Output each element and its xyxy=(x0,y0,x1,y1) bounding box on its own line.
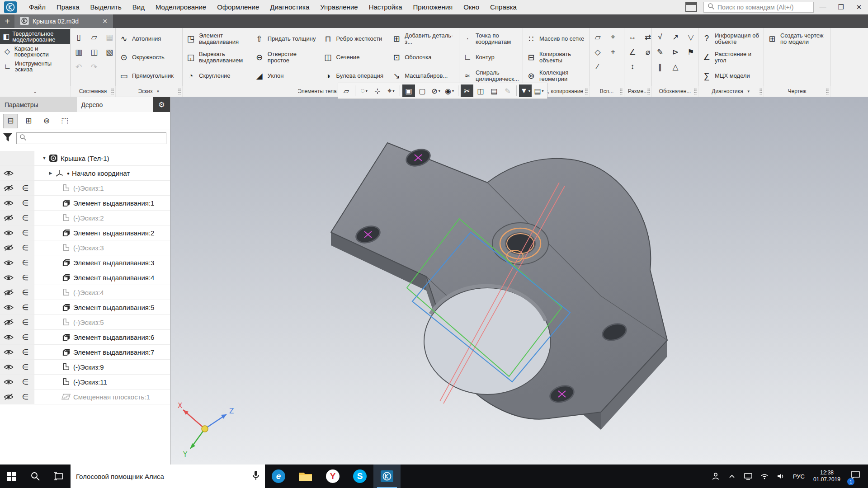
eye-hidden-icon[interactable] xyxy=(0,244,17,251)
member-of-body-icon[interactable]: ∈ xyxy=(17,273,34,282)
button-оболочка[interactable]: ⊡Оболочка xyxy=(391,48,457,66)
eye-hidden-icon[interactable] xyxy=(0,394,17,400)
dropdown-icon[interactable]: ▾ xyxy=(542,89,544,93)
appearance-icon[interactable]: ◉▾ xyxy=(443,84,456,97)
clock[interactable]: 12:38 01.07.2019 xyxy=(809,469,844,483)
tree-row[interactable]: ∈Элемент выдавливания:6 xyxy=(0,330,170,345)
tree-row[interactable]: ▶●Начало координат xyxy=(0,166,170,181)
eye-hidden-icon[interactable] xyxy=(0,319,17,326)
eye-visible-icon[interactable] xyxy=(0,200,17,206)
command-search-input[interactable]: Поиск по командам (Alt+/) xyxy=(703,2,814,13)
zoom-icon[interactable]: ◌▾ xyxy=(358,84,370,97)
member-of-body-icon[interactable]: ∈ xyxy=(17,288,34,297)
leader-icon[interactable]: ↗ xyxy=(670,32,681,42)
tree-row[interactable]: ∈Элемент выдавливания:4 xyxy=(0,270,170,285)
section-Чертеж[interactable]: Чертеж xyxy=(764,86,830,97)
datum-icon[interactable]: ▽ xyxy=(685,32,696,42)
button-ребро-жесткости[interactable]: ⊓Ребро жесткости xyxy=(323,30,389,47)
tree-expander-icon[interactable]: ▶ xyxy=(47,171,54,175)
section-Обозначен...[interactable]: Обозначен... xyxy=(652,86,698,97)
roughness-icon[interactable]: √ xyxy=(655,32,665,42)
print-icon[interactable]: ▥ xyxy=(73,47,84,57)
tree-structure-icon[interactable]: ⊞ xyxy=(22,114,35,128)
action-center-icon[interactable]: 1 xyxy=(845,465,865,488)
button-добавить-деталь-з-[interactable]: ⊞Добавить деталь-з... xyxy=(391,30,457,47)
member-of-body-icon[interactable]: ∈ xyxy=(17,318,34,327)
tab-close-icon[interactable]: ✕ xyxy=(102,18,108,25)
file-new-icon[interactable]: ▯ xyxy=(73,32,84,42)
eye-visible-icon[interactable] xyxy=(0,259,17,266)
section-Диагностика[interactable]: Диагностика▼ xyxy=(698,86,764,97)
mode-2[interactable]: ◇Каркас и поверхности xyxy=(0,44,70,59)
tree-row[interactable]: ∈(-)Эскиз:5 xyxy=(0,315,170,330)
marker-icon[interactable]: ⊳ xyxy=(670,47,681,57)
tree-row[interactable]: ∈(-)Эскиз:1 xyxy=(0,181,170,196)
dim-radial-icon[interactable]: ∠ xyxy=(627,47,638,57)
menu-11[interactable]: Окно xyxy=(458,3,485,11)
new-tab-button[interactable]: + xyxy=(0,14,14,28)
button-скругление[interactable]: ◔Скругление xyxy=(185,67,251,85)
dim-linear-icon[interactable]: ↔ xyxy=(627,32,638,42)
button-мцх-модели[interactable]: ∑МЦХ модели xyxy=(701,67,762,85)
button-окружность[interactable]: ⊙Окружность xyxy=(118,48,180,66)
button-автолиния[interactable]: ∿Автолиния xyxy=(118,30,180,47)
menu-1[interactable]: Файл xyxy=(24,3,51,11)
member-of-body-icon[interactable]: ∈ xyxy=(17,377,34,387)
tree-row[interactable]: ∈Элемент выдавливания:7 xyxy=(0,345,170,360)
restore-button[interactable]: ❐ xyxy=(832,0,850,14)
view-cube-icon[interactable]: ▣ xyxy=(402,84,415,97)
taskbar-search-icon[interactable] xyxy=(24,465,47,488)
eye-visible-icon[interactable] xyxy=(0,304,17,311)
eye-hidden-icon[interactable] xyxy=(0,289,17,296)
skype-icon[interactable]: S xyxy=(346,465,373,488)
network-icon[interactable] xyxy=(757,465,772,488)
member-of-body-icon[interactable]: ∈ xyxy=(17,333,34,342)
display-mode-icon[interactable]: ▢ xyxy=(416,84,429,97)
hidden-lines-icon[interactable]: ⊘▾ xyxy=(429,84,442,97)
menu-2[interactable]: Правка xyxy=(51,3,85,11)
print-preview-icon[interactable]: ◫ xyxy=(89,47,99,57)
filter-icon[interactable]: ▼▾ xyxy=(519,84,532,97)
close-button[interactable]: ✕ xyxy=(850,0,868,14)
dropdown-icon[interactable]: ▾ xyxy=(528,89,530,93)
thread-icon[interactable]: ∥ xyxy=(655,61,665,72)
section-Системная[interactable]: Системная xyxy=(71,86,116,97)
menu-9[interactable]: Настройка xyxy=(363,3,408,11)
layers-icon[interactable]: ▤▾ xyxy=(533,84,545,97)
kompas-icon[interactable] xyxy=(373,465,401,488)
button-прямоугольник[interactable]: ▭Прямоугольник xyxy=(118,67,180,85)
workspace-icon[interactable]: ▤ xyxy=(488,84,500,97)
button-вырезать-выдавливанием[interactable]: ◱Вырезать выдавливанием xyxy=(185,48,251,66)
dropdown-icon[interactable]: ▾ xyxy=(439,89,440,93)
note-icon[interactable]: ✎ xyxy=(655,47,665,57)
section-Эскиз[interactable]: Эскиз▼ xyxy=(116,86,183,97)
dropdown-icon[interactable]: ▾ xyxy=(366,89,368,93)
section-view-icon[interactable]: ◫ xyxy=(474,84,487,97)
tree-row[interactable]: ▼Крышка (Тел-1) xyxy=(0,151,170,166)
menu-5[interactable]: Моделирование xyxy=(150,3,212,11)
tree-row[interactable]: ∈(-)Эскиз:2 xyxy=(0,211,170,225)
button-точка-по-координатам[interactable]: ∙Точка по координатам xyxy=(462,30,521,47)
eye-hidden-icon[interactable] xyxy=(0,215,17,221)
filter-funnel-icon[interactable] xyxy=(3,133,13,144)
button-информация-об-объекте[interactable]: ?Информация об объекте xyxy=(701,30,762,47)
aux-lcs-icon[interactable]: + xyxy=(608,47,618,57)
people-icon[interactable] xyxy=(708,465,723,488)
mode-3[interactable]: ∟Инструменты эскиза xyxy=(0,59,70,74)
tree-row[interactable]: ∈Элемент выдавливания:1 xyxy=(0,196,170,211)
section-dropdown-icon[interactable]: ▼ xyxy=(156,89,160,94)
tree-expander-icon[interactable]: ▼ xyxy=(41,156,48,160)
layout-icon[interactable] xyxy=(685,2,697,12)
menu-10[interactable]: Приложения xyxy=(407,3,458,11)
button-элемент-выдавливания[interactable]: ◳Элемент выдавливания xyxy=(185,30,251,47)
tree-row[interactable]: ∈Смещенная плоскость:1 xyxy=(0,389,170,404)
orientation-icon[interactable]: ⌖▾ xyxy=(385,84,397,97)
clip-icon[interactable]: ✂ xyxy=(461,84,473,97)
language-indicator[interactable]: РУС xyxy=(789,473,808,480)
microphone-icon[interactable] xyxy=(252,470,259,482)
selection-area-icon[interactable]: ⬚ xyxy=(58,114,71,128)
document-tab[interactable]: Крышка 02.m3d ✕ xyxy=(14,14,113,28)
display-icon[interactable] xyxy=(741,465,756,488)
section-Всп...[interactable]: Всп... xyxy=(590,86,624,97)
mode-1[interactable]: ◧Твердотельное моделирование xyxy=(0,29,70,44)
